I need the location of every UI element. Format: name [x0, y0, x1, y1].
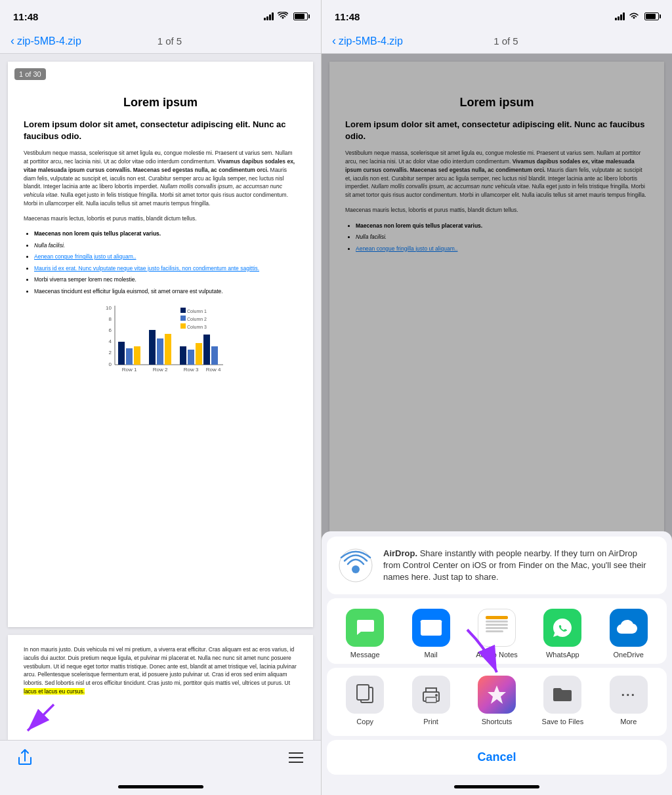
svg-rect-15	[188, 350, 194, 365]
left-doc-area: 1 of 30 Lorem ipsum Lorem ipsum dolor si…	[0, 54, 321, 740]
left-chart: 0 2 4 6 8 10	[95, 302, 226, 384]
svg-rect-24	[180, 308, 186, 313]
right-time: 11:48	[335, 11, 360, 22]
svg-text:0: 0	[108, 361, 112, 367]
share-action-shortcuts[interactable]: Shortcuts	[474, 676, 520, 725]
left-signal-icon	[264, 12, 274, 20]
svg-rect-28	[180, 323, 186, 329]
svg-rect-16	[196, 343, 202, 365]
share-actions-row: Copy Print	[327, 668, 667, 736]
svg-rect-37	[421, 620, 442, 636]
svg-text:8: 8	[108, 316, 112, 322]
right-back-button[interactable]: ‹ zip-5MB-4.zip	[332, 34, 403, 48]
share-app-whatsapp[interactable]: WhatsApp	[539, 609, 585, 659]
svg-point-42	[435, 694, 438, 697]
svg-point-36	[352, 566, 359, 573]
left-arrow-svg	[14, 698, 67, 737]
svg-rect-12	[157, 338, 163, 365]
notes-icon	[478, 609, 516, 647]
onedrive-label: OneDrive	[614, 651, 644, 659]
left-panel: 11:48 ‹ zip-5M	[0, 0, 322, 795]
cancel-button[interactable]: Cancel	[327, 740, 667, 775]
share-app-notes[interactable]: Add to Notes	[474, 609, 520, 659]
message-label: Message	[350, 651, 380, 659]
left-doc-heading: Lorem ipsum	[24, 96, 297, 110]
mail-icon	[412, 609, 450, 647]
left-share-button[interactable]	[16, 748, 34, 767]
left-bullet-4: Mauris id ex erat. Nunc vulputate neque …	[34, 264, 297, 273]
svg-text:Row 3: Row 3	[183, 367, 198, 373]
right-doc-area: Lorem ipsum Lorem ipsum dolor sit amet, …	[322, 54, 672, 780]
share-action-print[interactable]: Print	[408, 676, 454, 725]
share-app-mail[interactable]: Mail	[408, 609, 454, 659]
left-status-bar: 11:48	[0, 0, 321, 29]
svg-rect-39	[357, 685, 369, 700]
svg-rect-8	[118, 342, 125, 365]
left-home-indicator	[118, 785, 203, 788]
svg-text:Row 1: Row 1	[121, 367, 136, 373]
share-action-save-files[interactable]: Save to Files	[539, 676, 585, 725]
svg-rect-18	[211, 346, 218, 365]
share-app-message[interactable]: Message	[342, 609, 388, 659]
left-doc-page: 1 of 30 Lorem ipsum Lorem ipsum dolor si…	[8, 62, 313, 627]
shortcuts-icon	[478, 676, 516, 714]
left-doc-body1: Vestibulum neque massa, scelerisque sit …	[24, 149, 297, 207]
svg-rect-9	[126, 348, 133, 365]
svg-rect-13	[165, 334, 171, 365]
more-label: More	[620, 718, 637, 725]
left-page-label: 1 of 30	[14, 68, 46, 80]
mail-label: Mail	[424, 651, 437, 659]
svg-marker-43	[488, 685, 506, 704]
left-doc-subheading: Lorem ipsum dolor sit amet, consectetur …	[24, 119, 297, 142]
left-bottom-toolbar	[0, 740, 321, 780]
share-sheet: AirDrop. Share instantly with people nea…	[322, 531, 672, 780]
svg-text:Column 2: Column 2	[187, 317, 207, 321]
airdrop-text: AirDrop. Share instantly with people nea…	[383, 548, 656, 584]
svg-text:Row 4: Row 4	[205, 367, 220, 373]
left-menu-button[interactable]	[287, 748, 305, 767]
more-icon: ···	[610, 676, 648, 714]
svg-text:Row 2: Row 2	[152, 367, 167, 373]
left-doc-body2: Maecenas mauris lectus, lobortis et puru…	[24, 214, 297, 223]
right-back-chevron: ‹	[332, 34, 336, 48]
whatsapp-icon	[543, 609, 581, 647]
svg-text:2: 2	[108, 350, 112, 356]
right-signal-icon	[615, 12, 625, 20]
share-action-copy[interactable]: Copy	[342, 676, 388, 725]
share-action-more[interactable]: ··· More	[606, 676, 652, 725]
right-panel: 11:48 ‹ zip-5MB-4.zip	[322, 0, 672, 795]
left-bullet-5: Morbi viverra semper lorem nec molestie.	[34, 275, 297, 284]
right-battery-icon	[644, 12, 659, 20]
message-icon	[346, 609, 384, 647]
save-to-files-label: Save to Files	[542, 718, 584, 725]
share-apps-row: Message Mail	[327, 598, 667, 664]
left-back-chevron: ‹	[10, 34, 14, 48]
left-bullet-3: Aenean congue fringilla justo ut aliquam…	[34, 252, 297, 261]
left-time: 11:48	[13, 11, 38, 22]
left-chart-svg: 0 2 4 6 8 10	[95, 302, 226, 381]
copy-icon	[346, 676, 384, 714]
shortcuts-label: Shortcuts	[482, 718, 512, 725]
onedrive-icon	[610, 609, 648, 647]
cancel-label: Cancel	[477, 750, 516, 764]
left-bullet-2: Nulla facilisi.	[34, 241, 297, 250]
left-page-info: 1 of 5	[158, 35, 182, 47]
left-nav-bar: ‹ zip-5MB-4.zip 1 of 5	[0, 29, 321, 54]
right-page-info: 1 of 5	[494, 35, 518, 47]
airdrop-section: AirDrop. Share instantly with people nea…	[327, 537, 667, 594]
left-wifi-icon	[278, 12, 288, 22]
right-status-icons	[615, 12, 659, 22]
right-status-bar: 11:48	[322, 0, 672, 29]
right-back-label: zip-5MB-4.zip	[339, 35, 403, 47]
svg-text:10: 10	[106, 305, 112, 311]
airdrop-icon	[337, 547, 374, 584]
left-battery-icon	[293, 12, 308, 20]
svg-rect-41	[426, 697, 436, 703]
svg-rect-10	[134, 346, 140, 365]
left-bullet-6: Maecenas tincidunt est efficitur ligula …	[34, 287, 297, 296]
right-nav-bar: ‹ zip-5MB-4.zip 1 of 5	[322, 29, 672, 54]
share-app-onedrive[interactable]: OneDrive	[606, 609, 652, 659]
save-to-files-icon	[543, 676, 581, 714]
left-status-icons	[264, 12, 308, 22]
left-back-button[interactable]: ‹ zip-5MB-4.zip	[10, 34, 81, 48]
